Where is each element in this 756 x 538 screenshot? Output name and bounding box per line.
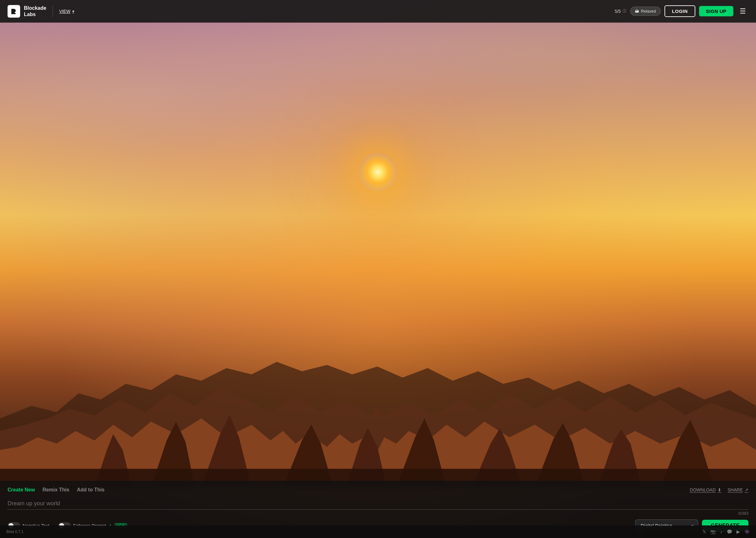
social-icons: 𝕏 📷 ♪ 💬 ▶ 👾	[703, 529, 750, 534]
tabs-left: Create New Remix This Add to This	[8, 486, 112, 494]
logo-area: Blockade Labs	[8, 5, 46, 18]
beta-version-label: Beta 0.7.1	[6, 529, 24, 534]
info-icon: ⓘ	[623, 9, 627, 14]
image-icon: 🏔	[635, 9, 639, 14]
discord-icon[interactable]: 💬	[727, 529, 732, 534]
hamburger-menu-button[interactable]: ☰	[737, 6, 748, 17]
nav-right: 5/5 ⓘ 🏔 Relaxed LOGIN SIGN UP ☰	[615, 5, 748, 17]
login-button[interactable]: LOGIN	[665, 5, 695, 17]
tab-add-to-this[interactable]: Add to This	[77, 486, 105, 494]
signup-button[interactable]: SIGN UP	[699, 6, 733, 16]
share-icon: ↗	[745, 487, 748, 492]
quota-badge: 5/5 ⓘ	[615, 9, 627, 14]
download-icon: ⬇	[718, 487, 722, 492]
chevron-down-icon: ▾	[72, 9, 74, 14]
relaxed-mode-badge: 🏔 Relaxed	[630, 7, 661, 16]
download-button[interactable]: DOWNLOAD ⬇	[690, 487, 721, 492]
youtube-icon[interactable]: ▶	[736, 529, 740, 534]
footer-bar: Beta 0.7.1 𝕏 📷 ♪ 💬 ▶ 👾	[0, 525, 756, 538]
twitter-icon[interactable]: 𝕏	[703, 529, 706, 534]
panel-tabs: Create New Remix This Add to This DOWNLO…	[8, 486, 748, 494]
char-count: 0/383	[8, 511, 748, 516]
tab-remix-this[interactable]: Remix This	[42, 486, 69, 494]
hero-background	[0, 0, 756, 538]
instagram-icon[interactable]: 📷	[710, 529, 716, 534]
blockade-labs-logo-icon	[8, 5, 20, 18]
tab-create-new[interactable]: Create New	[8, 486, 35, 494]
tiktok-icon[interactable]: ♪	[720, 529, 722, 534]
reddit-icon[interactable]: 👾	[744, 529, 750, 534]
view-button[interactable]: VIEW ▾	[59, 9, 74, 14]
prompt-input[interactable]	[8, 498, 748, 510]
share-button[interactable]: SHARE ↗	[728, 487, 748, 492]
navbar: Blockade Labs VIEW ▾ 5/5 ⓘ 🏔 Relaxed LOG…	[0, 0, 756, 23]
tabs-right: DOWNLOAD ⬇ SHARE ↗	[690, 487, 748, 492]
nav-divider	[53, 6, 53, 17]
brand-name: Blockade Labs	[24, 5, 46, 17]
